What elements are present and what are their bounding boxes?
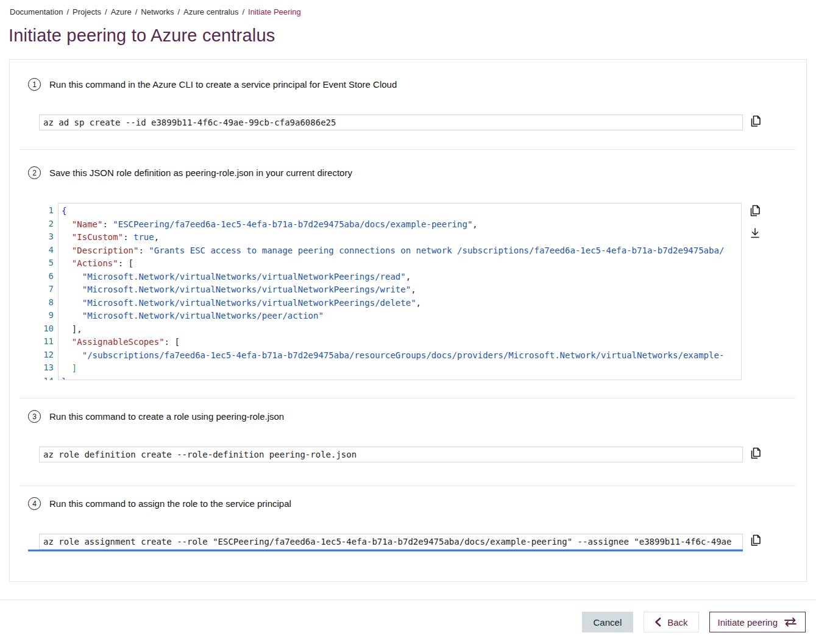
cancel-button-label: Cancel xyxy=(594,617,622,628)
breadcrumb-item-azure-centralus[interactable]: Azure centralus xyxy=(183,7,238,16)
step4-number-badge: 4 xyxy=(28,497,41,510)
step4-code-box[interactable]: az role assignment create --role "ESCPee… xyxy=(39,534,743,550)
json-actions xyxy=(748,203,762,240)
step4-header: 4 Run this command to assign the role to… xyxy=(28,497,788,510)
divider xyxy=(20,486,796,486)
copy-icon xyxy=(750,115,762,128)
back-button-label: Back xyxy=(667,617,687,628)
step3-header: 3 Run this command to create a role usin… xyxy=(28,410,788,423)
breadcrumb-separator: / xyxy=(66,7,69,16)
breadcrumb-item-documentation[interactable]: Documentation xyxy=(10,7,63,16)
footer-buttons: Cancel Back Initiate peering xyxy=(582,612,806,632)
breadcrumb-item-initiate-peering: Initiate Peering xyxy=(248,7,301,16)
horizontal-scrollbar[interactable] xyxy=(28,550,743,551)
step1-header: 1 Run this command in the Azure CLI to c… xyxy=(28,78,788,91)
footer-divider xyxy=(0,600,816,600)
breadcrumb-separator: / xyxy=(242,7,244,16)
json-editor[interactable]: 1234567891011121314 { "Name": "ESCPeerin… xyxy=(39,203,742,380)
page-title: Initiate peering to Azure centralus xyxy=(9,26,816,46)
copy-icon xyxy=(749,204,761,218)
step2-label: Save this JSON role definition as peerin… xyxy=(49,168,352,178)
chevron-left-icon xyxy=(655,617,661,627)
breadcrumb-separator: / xyxy=(135,7,138,16)
step2-json-row: 1234567891011121314 { "Name": "ESCPeerin… xyxy=(39,203,788,380)
step4-copy-button[interactable] xyxy=(750,534,762,547)
page: Documentation / Projects / Azure / Netwo… xyxy=(0,0,816,644)
step1-number-badge: 1 xyxy=(28,78,41,91)
step1-code-row: az ad sp create --id e3899b11-4f6c-49ae-… xyxy=(39,115,788,130)
cancel-button[interactable]: Cancel xyxy=(582,612,634,632)
divider xyxy=(20,398,796,398)
step2-copy-button[interactable] xyxy=(749,204,761,218)
download-icon xyxy=(749,227,761,240)
step4-label: Run this command to assign the role to t… xyxy=(49,498,291,509)
back-button[interactable]: Back xyxy=(644,612,698,632)
step3-copy-button[interactable] xyxy=(750,447,762,460)
copy-icon xyxy=(750,534,762,547)
breadcrumb-separator: / xyxy=(177,7,180,16)
step1-label: Run this command in the Azure CLI to cre… xyxy=(49,79,397,90)
breadcrumb-item-azure[interactable]: Azure xyxy=(111,7,132,16)
step3-code-box[interactable]: az role definition create --role-definit… xyxy=(39,447,743,462)
copy-icon xyxy=(750,447,762,460)
step3-code-row: az role definition create --role-definit… xyxy=(39,447,788,462)
step2-header: 2 Save this JSON role definition as peer… xyxy=(28,166,788,179)
step1-code-box[interactable]: az ad sp create --id e3899b11-4f6c-49ae-… xyxy=(39,115,743,130)
step1-copy-button[interactable] xyxy=(750,115,762,128)
initiate-peering-button-label: Initiate peering xyxy=(718,617,778,628)
step3-number-badge: 3 xyxy=(28,410,41,423)
breadcrumb-item-projects[interactable]: Projects xyxy=(73,7,101,16)
divider xyxy=(20,149,796,150)
wizard-card: 1 Run this command in the Azure CLI to c… xyxy=(9,59,807,582)
step2-number-badge: 2 xyxy=(28,166,41,179)
transfer-arrows-icon xyxy=(784,617,797,627)
json-line-gutter: 1234567891011121314 xyxy=(39,203,54,380)
step4-code-row: az role assignment create --role "ESCPee… xyxy=(39,534,788,550)
step3-label: Run this command to create a role using … xyxy=(49,411,284,422)
breadcrumb: Documentation / Projects / Azure / Netwo… xyxy=(0,0,816,16)
breadcrumb-item-networks[interactable]: Networks xyxy=(141,7,174,16)
initiate-peering-button[interactable]: Initiate peering xyxy=(709,612,806,632)
json-code-content[interactable]: { "Name": "ESCPeering/fa7eed6a-1ec5-4efa… xyxy=(58,203,742,380)
breadcrumb-separator: / xyxy=(105,7,107,16)
step2-download-button[interactable] xyxy=(749,227,761,240)
